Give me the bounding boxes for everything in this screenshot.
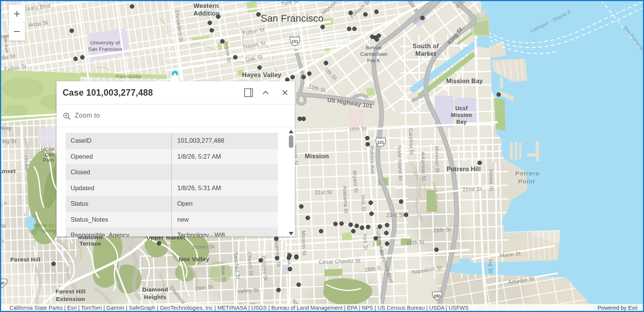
svg-text:San Francisco: San Francisco — [88, 46, 122, 52]
svg-text:Heights: Heights — [144, 294, 167, 300]
svg-text:101: 101 — [377, 140, 384, 145]
svg-text:Forest Hill: Forest Hill — [55, 288, 85, 295]
svg-text:101: 101 — [291, 39, 298, 44]
svg-text:Missouri St: Missouri St — [434, 146, 440, 173]
svg-text:Addition: Addition — [194, 10, 220, 17]
svg-text:25th St: 25th St — [433, 226, 451, 233]
svg-text:Potrero Ave: Potrero Ave — [369, 146, 376, 174]
svg-text:80: 80 — [0, 281, 5, 285]
svg-text:White Cr: White Cr — [33, 222, 54, 228]
svg-text:Diamond: Diamond — [142, 286, 168, 293]
svg-text:Arkansas St: Arkansas St — [420, 152, 427, 181]
svg-text:Mission: Mission — [305, 153, 329, 159]
svg-text:Bay: Bay — [456, 119, 467, 125]
svg-text:Pre K: Pre K — [367, 58, 380, 63]
svg-text:Forest Hill: Forest Hill — [10, 256, 40, 263]
svg-text:3rd St: 3rd St — [487, 259, 493, 273]
svg-text:Extension: Extension — [56, 296, 85, 302]
svg-text:Bessie: Bessie — [366, 45, 382, 50]
svg-text:ring St: ring St — [0, 138, 16, 144]
svg-text:Terrace: Terrace — [80, 240, 101, 247]
svg-text:22nd St: 22nd St — [463, 186, 482, 192]
svg-text:Mission: Mission — [451, 112, 472, 118]
svg-text:ft: ft — [2, 239, 5, 244]
svg-text:Spring: Spring — [40, 228, 56, 233]
svg-text:Noe Valley: Noe Valley — [179, 256, 209, 262]
svg-text:York St: York St — [360, 194, 367, 211]
svg-text:Parn: Parn — [43, 157, 54, 163]
svg-text:Mission Bay: Mission Bay — [446, 78, 483, 84]
svg-text:UCSF: UCSF — [41, 147, 55, 152]
svg-text:Western: Western — [194, 2, 219, 9]
svg-text:University of: University of — [90, 40, 120, 46]
svg-text:Mission St: Mission St — [301, 231, 307, 256]
svg-text:Jersey St: Jersey St — [192, 243, 215, 250]
svg-text:Carmichael: Carmichael — [360, 51, 387, 57]
svg-text:Carolina St: Carolina St — [408, 128, 414, 155]
svg-text:York St: York St — [362, 233, 368, 250]
svg-text:Potrero: Potrero — [515, 170, 540, 176]
svg-text:San Francisco: San Francisco — [261, 13, 324, 24]
svg-text:Potrero Hill: Potrero Hill — [447, 166, 481, 172]
svg-text:21st St: 21st St — [315, 189, 332, 195]
svg-text:South of: South of — [413, 43, 439, 49]
svg-text:unset: unset — [0, 168, 16, 174]
svg-text:Point: Point — [518, 178, 535, 184]
svg-text:Panhandle: Panhandle — [116, 74, 141, 79]
svg-text:280: 280 — [434, 294, 441, 298]
svg-text:hode Island St: hode Island St — [397, 146, 403, 181]
svg-text:23rd St: 23rd St — [386, 211, 405, 218]
svg-text:Ucsf: Ucsf — [455, 105, 468, 111]
svg-text:26th St: 26th St — [407, 239, 425, 246]
svg-text:16th St: 16th St — [349, 125, 367, 132]
svg-text:Cen: Cen — [45, 152, 55, 158]
svg-text:Way: Way — [1, 125, 11, 131]
svg-text:te: te — [2, 223, 6, 229]
svg-text:Illinois St: Illinois St — [488, 169, 494, 191]
svg-text:Market: Market — [416, 50, 436, 57]
svg-text:Hayes Valley: Hayes Valley — [242, 71, 282, 78]
